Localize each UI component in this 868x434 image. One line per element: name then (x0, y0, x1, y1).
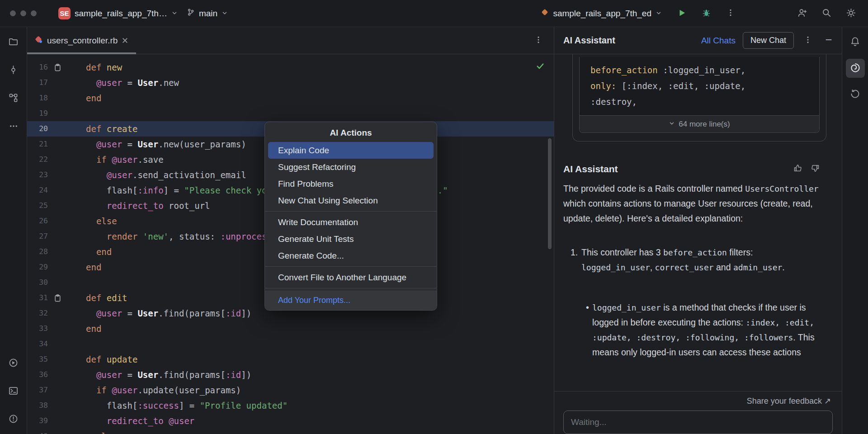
notifications-button[interactable] (846, 33, 865, 52)
line-number: 31 (27, 290, 48, 306)
code-line[interactable]: 19 (27, 106, 554, 121)
gutter: 19 (27, 106, 86, 121)
minimize-icon (825, 36, 833, 45)
menu-item-write-documentation[interactable]: Write Documentation (268, 214, 434, 231)
branch-selector[interactable]: main (182, 5, 232, 22)
menu-divider (265, 288, 437, 288)
code-line[interactable]: 17 @user = User.new (27, 75, 554, 90)
close-icon[interactable] (122, 36, 128, 46)
folder-icon (8, 37, 19, 48)
gutter: 38 (27, 398, 86, 413)
expand-code-button[interactable]: 64 more line(s) (580, 115, 819, 132)
menu-divider (265, 266, 437, 267)
line-number: 32 (27, 306, 48, 321)
clipboard-gutter-icon[interactable] (48, 294, 67, 302)
code-text (86, 106, 554, 121)
code-with-me-button[interactable] (793, 5, 811, 23)
inspection-ok-icon[interactable] (536, 61, 545, 72)
tab-users-controller[interactable]: users_controller.rb (27, 27, 136, 54)
line-number: 23 (27, 167, 48, 183)
code-line[interactable]: 40 else (27, 429, 554, 434)
add-user-icon (797, 8, 807, 19)
more-tool-windows-button[interactable] (5, 118, 23, 136)
line-number: 36 (27, 367, 48, 382)
debug-button[interactable] (697, 5, 715, 23)
settings-button[interactable] (842, 5, 860, 23)
tab-options-button[interactable] (529, 32, 547, 50)
project-selector[interactable]: SE sample_rails_app_7th… (54, 4, 182, 23)
structure-tool-button[interactable] (5, 90, 23, 108)
code-line[interactable]: 39 redirect_to @user (27, 413, 554, 429)
ai-actions-menu-items: Explain CodeSuggest RefactoringFind Prob… (265, 142, 437, 310)
chat-code-line: :destroy, (590, 94, 819, 110)
hide-panel-button[interactable] (822, 34, 835, 47)
line-number: 30 (27, 275, 48, 290)
thumbs-up-icon[interactable] (793, 163, 803, 175)
line-number: 20 (27, 121, 48, 137)
gutter: 21 (27, 137, 86, 152)
search-everywhere-button[interactable] (817, 5, 835, 23)
commit-tool-button[interactable] (5, 61, 23, 80)
chat-input[interactable]: Waiting... (563, 410, 833, 434)
chat-scroll-area[interactable]: before_action :logged_in_user,only: [:in… (554, 54, 842, 391)
line-number: 37 (27, 382, 48, 398)
window-close-button[interactable] (10, 10, 16, 16)
share-feedback-link[interactable]: Share your feedback ↗ (563, 394, 833, 410)
terminal-icon (8, 386, 19, 397)
run-circle-icon (8, 358, 19, 369)
window-zoom-button[interactable] (31, 10, 37, 16)
gutter: 40 (27, 429, 86, 434)
code-line[interactable]: 38 flash[:success] = "Profile updated" (27, 398, 554, 413)
gutter: 28 (27, 244, 86, 259)
menu-item-new-chat-using-selection[interactable]: New Chat Using Selection (268, 192, 434, 209)
ai-assistant-tool-button[interactable] (846, 59, 865, 78)
code-text (86, 336, 554, 352)
play-icon (677, 8, 687, 19)
kebab-menu-icon (726, 9, 735, 18)
new-chat-button[interactable]: New Chat (743, 32, 794, 49)
project-tool-button[interactable] (5, 33, 23, 52)
run-tool-button[interactable] (5, 354, 23, 373)
code-text: redirect_to @user (86, 413, 554, 429)
menu-item-find-problems[interactable]: Find Problems (268, 175, 434, 192)
panel-options-button[interactable] (801, 34, 815, 47)
menu-item-generate-unit-tests[interactable]: Generate Unit Tests (268, 231, 434, 247)
inline-code: UsersController (745, 184, 819, 193)
menu-item-suggest-refactoring[interactable]: Suggest Refactoring (268, 159, 434, 175)
code-line[interactable]: 37 if @user.update(user_params) (27, 382, 554, 398)
more-actions-button[interactable] (722, 5, 740, 23)
menu-item-convert-file-to-another-language[interactable]: Convert File to Another Language (268, 269, 434, 286)
editor-scrollbar[interactable] (548, 138, 552, 249)
code-line[interactable]: 36 @user = User.find(params[:id]) (27, 367, 554, 382)
code-line[interactable]: 18end (27, 90, 554, 106)
run-configuration-selector[interactable]: sample_rails_app_7th_ed (536, 5, 666, 22)
thumbs-down-icon[interactable] (810, 163, 820, 175)
menu-item-explain-code[interactable]: Explain Code (268, 142, 434, 159)
history-tool-button[interactable] (846, 85, 865, 104)
line-number: 29 (27, 259, 48, 275)
user-message-card: before_action :logged_in_user,only: [:in… (572, 54, 826, 142)
terminal-tool-button[interactable] (5, 382, 23, 401)
editor-tab-bar: users_controller.rb (27, 27, 554, 54)
gutter: 16 (27, 60, 86, 75)
gutter: 18 (27, 90, 86, 106)
numbered-list-item: 1. This controller has 3 before_action f… (563, 245, 833, 275)
menu-item-generate-code[interactable]: Generate Code... (268, 247, 434, 264)
problems-tool-button[interactable] (5, 410, 23, 429)
menu-divider (265, 211, 437, 212)
chat-input-placeholder: Waiting... (571, 417, 607, 427)
all-chats-link[interactable]: All Chats (701, 36, 736, 46)
code-line[interactable]: 34 (27, 336, 554, 352)
clipboard-gutter-icon[interactable] (48, 64, 67, 71)
bullet-item-text: logged_in_user is a method that checks i… (592, 300, 827, 360)
code-line[interactable]: 33end (27, 321, 554, 336)
run-button[interactable] (673, 5, 691, 23)
menu-item-add-your-prompts[interactable]: Add Your Prompts... (265, 291, 437, 310)
feedback-buttons (793, 163, 820, 175)
window-minimize-button[interactable] (20, 10, 26, 16)
code-line[interactable]: 35def update (27, 352, 554, 367)
gutter: 26 (27, 213, 86, 229)
line-number: 33 (27, 321, 48, 336)
code-text: @user = User.find(params[:id]) (86, 367, 554, 382)
code-line[interactable]: 16def new (27, 60, 554, 75)
